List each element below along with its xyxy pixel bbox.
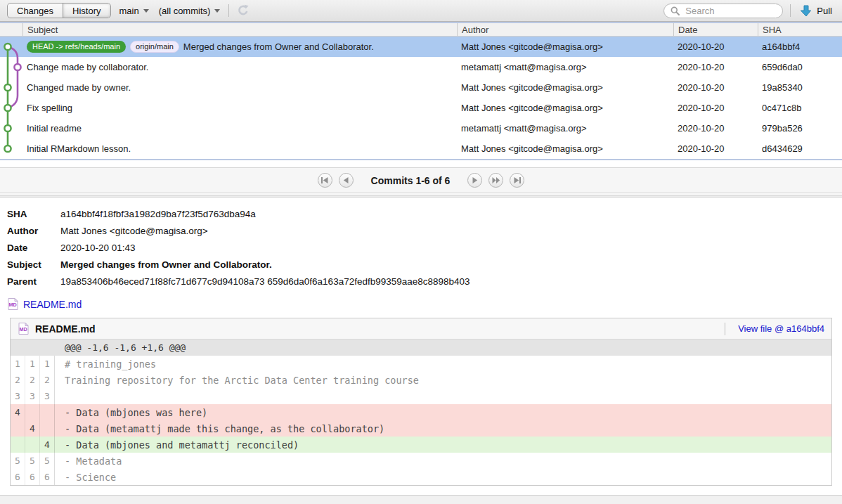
chevron-down-icon <box>143 9 149 13</box>
last-page-button[interactable] <box>510 173 524 188</box>
table-row[interactable]: Initial RMarkdown lesson.Matt Jones <git… <box>0 138 842 159</box>
detail-row: Parent19a853406b46eced71f88fc71d677c9d94… <box>7 276 842 287</box>
view-file-link[interactable]: View file @ a164bbf4 <box>731 323 824 334</box>
commit-author: Matt Jones <gitcode@magisa.org> <box>457 82 673 93</box>
table-row[interactable]: Initial readmemetamattj <matt@magisa.org… <box>0 118 842 138</box>
line-number-base: 2 <box>11 372 25 388</box>
diff-line-text <box>55 388 831 404</box>
svg-text:MD: MD <box>20 326 27 332</box>
commit-sha: d6434629 <box>758 143 842 154</box>
line-number-base: 1 <box>11 356 25 372</box>
branch-dropdown[interactable]: main <box>118 6 150 16</box>
table-row[interactable]: Change made by collaborator.metamattj <m… <box>0 57 842 77</box>
changed-file-link[interactable]: MD README.md <box>7 298 842 310</box>
commit-table-header: Subject Author Date SHA <box>0 22 842 37</box>
diff-line-text: - Data (metamattj made this change, as t… <box>55 420 831 437</box>
first-page-button[interactable] <box>318 173 332 188</box>
pagination-label: Commits 1-6 of 6 <box>371 175 451 186</box>
column-header-author[interactable]: Author <box>457 23 673 36</box>
commit-sha: a164bbf4 <box>758 41 842 52</box>
search-input[interactable] <box>684 5 810 17</box>
column-header-date[interactable]: Date <box>673 23 758 36</box>
commit-subject-cell: Changed made by owner. <box>0 82 457 93</box>
line-number-base: 4 <box>11 404 25 420</box>
commit-subject-cell: Initial readme <box>0 123 457 134</box>
diff-header: MD README.md View file @ a164bbf4 <box>11 318 831 340</box>
diff-line: 666- Science <box>11 469 831 485</box>
line-number-theirs: 1 <box>25 356 40 372</box>
pull-down-arrow-icon <box>801 5 812 17</box>
line-number-base <box>11 437 25 453</box>
branch-dropdown-label: main <box>119 6 139 16</box>
view-segmented-control: Changes History <box>7 3 111 18</box>
diff-line-text: - Science <box>55 469 831 485</box>
line-number-result: 1 <box>40 356 55 372</box>
head-ref-badge: HEAD -> refs/heads/main <box>27 41 126 53</box>
table-row[interactable]: Fix spellingMatt Jones <gitcode@magisa.o… <box>0 98 842 118</box>
refresh-icon[interactable] <box>236 4 250 18</box>
fast-forward-button[interactable] <box>488 173 503 188</box>
diff-line: 333 <box>11 388 831 404</box>
detail-label: Parent <box>7 276 60 287</box>
commit-filter-dropdown[interactable]: (all commits) <box>157 6 222 16</box>
toolbar: Changes History main (all commits) <box>0 0 842 22</box>
detail-row: AuthorMatt Jones <gitcode@magisa.org> <box>7 226 842 236</box>
pagination-bar: Commits 1-6 of 6 <box>0 167 842 193</box>
detail-value: 19a853406b46eced71f88fc71d677c9d94108a73… <box>60 276 470 287</box>
detail-row: SubjectMerged changes from Owner and Col… <box>7 259 842 270</box>
detail-label: SHA <box>7 209 60 219</box>
detail-value: Matt Jones <gitcode@magisa.org> <box>60 226 208 236</box>
commit-filter-label: (all commits) <box>159 6 211 16</box>
commit-author: Matt Jones <gitcode@magisa.org> <box>457 41 673 52</box>
diff-line-text: - Data (mbjones was here) <box>55 404 831 420</box>
line-number-theirs: 2 <box>25 372 40 388</box>
history-tab[interactable]: History <box>63 4 110 18</box>
line-number-base: 3 <box>11 388 25 404</box>
line-number-theirs <box>25 437 40 453</box>
diff-file-name: README.md <box>35 323 96 335</box>
line-number-theirs: 6 <box>25 469 40 485</box>
commit-author: Matt Jones <gitcode@magisa.org> <box>457 143 673 154</box>
pull-button-label: Pull <box>817 6 832 16</box>
column-header-sha[interactable]: SHA <box>758 23 842 36</box>
line-number-theirs: 4 <box>25 420 40 437</box>
commit-subject-cell: HEAD -> refs/heads/mainorigin/mainMerged… <box>0 41 457 53</box>
line-number-result: 5 <box>40 453 55 469</box>
diff-line-text: Training repository for the Arctic Data … <box>55 372 831 388</box>
diff-viewer: MD README.md View file @ a164bbf4 @@@ -1… <box>10 318 832 486</box>
chevron-down-icon <box>214 9 220 13</box>
commit-date: 2020-10-20 <box>673 123 758 134</box>
diff-line: 111# training_jones <box>11 356 831 372</box>
svg-text:MD: MD <box>9 302 17 308</box>
diff-line: 4- Data (metamattj made this change, as … <box>11 420 831 437</box>
commit-author: Matt Jones <gitcode@magisa.org> <box>457 103 673 113</box>
diff-line: 222Training repository for the Arctic Da… <box>11 372 831 388</box>
toolbar-divider <box>228 4 229 17</box>
table-row[interactable]: HEAD -> refs/heads/mainorigin/mainMerged… <box>0 37 842 57</box>
detail-value: Merged changes from Owner and Collaborat… <box>60 259 272 270</box>
commit-date: 2020-10-20 <box>673 41 758 52</box>
commit-date: 2020-10-20 <box>673 103 758 113</box>
diff-header-divider <box>725 323 725 335</box>
commit-subject: Change made by collaborator. <box>27 62 148 72</box>
column-header-subject[interactable]: Subject <box>22 23 457 36</box>
table-row[interactable]: Changed made by owner.Matt Jones <gitcod… <box>0 77 842 98</box>
changed-file-name: README.md <box>23 299 82 310</box>
detail-value: 2020-10-20 01:43 <box>60 243 136 253</box>
pull-button[interactable]: Pull <box>798 5 835 17</box>
detail-label: Date <box>7 243 60 253</box>
changes-tab[interactable]: Changes <box>8 4 63 18</box>
commit-subject: Initial RMarkdown lesson. <box>27 143 131 154</box>
line-number-result <box>40 404 55 420</box>
next-page-button[interactable] <box>467 173 482 188</box>
previous-page-button[interactable] <box>339 173 354 188</box>
line-number-theirs: 5 <box>25 453 40 469</box>
detail-label: Subject <box>7 259 60 270</box>
hunk-header-text: @@@ -1,6 -1,6 +1,6 @@@ <box>55 342 831 353</box>
commit-author: metamattj <matt@magisa.org> <box>457 123 673 134</box>
line-number-base: 5 <box>11 453 25 469</box>
line-number-result: 3 <box>40 388 55 404</box>
search-icon <box>671 6 680 15</box>
diff-line: 4- Data (mbjones and metamattj reconcile… <box>11 437 831 453</box>
diff-hunk-header: @@@ -1,6 -1,6 +1,6 @@@ <box>11 340 831 356</box>
